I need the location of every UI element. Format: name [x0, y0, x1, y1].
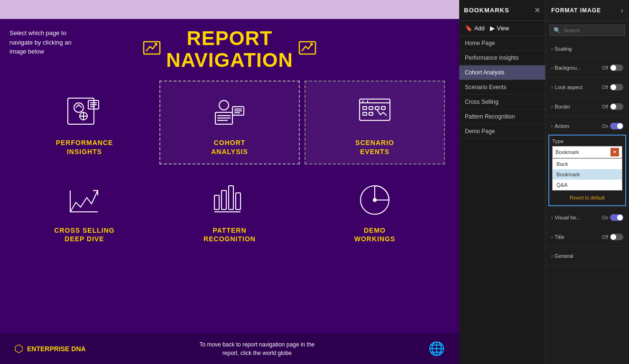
- bookmarks-actions: 🔖 Add ▶ View: [459, 21, 545, 36]
- pattern-label: PATTERN RECOGNITION: [204, 226, 256, 243]
- card-cross-selling[interactable]: CROSS SELLING DEEP DIVE: [14, 169, 155, 251]
- search-input[interactable]: [564, 27, 621, 33]
- svg-rect-28: [363, 112, 367, 115]
- title-off-label: Off: [602, 235, 608, 240]
- cross-selling-icon: [63, 179, 106, 221]
- visual-header-row[interactable]: › Visual he... On: [549, 211, 625, 224]
- type-label: Type: [552, 138, 622, 144]
- bookmark-item-performance[interactable]: Performance Insights: [459, 51, 545, 65]
- border-off-label: Off: [602, 104, 608, 109]
- general-row[interactable]: › General: [549, 250, 625, 262]
- title-toggle[interactable]: [610, 234, 623, 240]
- scaling-section: › Scaling: [546, 40, 629, 58]
- world-globe-icon[interactable]: 🌐: [428, 341, 445, 356]
- type-dropdown-selected[interactable]: Bookmark ▼: [552, 146, 622, 158]
- bookmark-item-scenario[interactable]: Scenario Events: [459, 80, 545, 95]
- action-label: Action: [555, 123, 569, 129]
- demo-label: DEMO WORKINGS: [354, 226, 396, 243]
- svg-point-40: [373, 199, 376, 201]
- visual-header-on-label: On: [602, 215, 608, 220]
- format-panel-header: FORMAT IMAGE ›: [546, 0, 629, 21]
- view-bookmark-button[interactable]: ▶ View: [490, 25, 509, 32]
- search-icon: 🔍: [554, 27, 561, 34]
- report-main-title: REPORT NAVIGATION: [166, 27, 293, 71]
- card-pattern-recognition[interactable]: PATTERN RECOGNITION: [159, 169, 300, 251]
- dropdown-arrow-icon: ▼: [610, 148, 619, 156]
- general-label: General: [555, 253, 573, 259]
- background-toggle[interactable]: [610, 64, 623, 71]
- background-row[interactable]: › Backgrou... Off: [549, 61, 625, 74]
- revert-to-default-link[interactable]: Revert to default: [552, 193, 622, 202]
- scenario-icon: [353, 91, 396, 134]
- background-off-label: Off: [602, 65, 608, 71]
- action-chevron: ›: [549, 125, 555, 127]
- border-toggle[interactable]: [610, 103, 623, 110]
- add-bookmark-button[interactable]: 🔖 Add: [465, 25, 484, 32]
- background-label: Backgrou...: [555, 65, 581, 71]
- close-bookmarks-icon[interactable]: ✕: [534, 6, 540, 15]
- border-section: › Border Off: [546, 97, 629, 117]
- dropdown-options-list: Back Bookmark Q&A: [552, 158, 622, 191]
- performance-label: PERFORMANCE INSIGHTS: [56, 138, 113, 155]
- header-chart-icon-right: [298, 38, 317, 61]
- general-section: › General: [546, 247, 629, 265]
- lock-aspect-off-label: Off: [602, 85, 608, 90]
- bookmark-item-demo[interactable]: Demo Page: [459, 124, 545, 139]
- card-scenario-events[interactable]: SCENARIO EVENTS: [305, 81, 445, 164]
- scaling-chevron: ›: [551, 46, 553, 52]
- title-chevron: ›: [551, 235, 553, 240]
- visual-header-label: Visual he...: [555, 215, 580, 220]
- svg-rect-35: [236, 193, 240, 209]
- cross-selling-label: CROSS SELLING DEEP DIVE: [54, 226, 114, 243]
- option-qa[interactable]: Q&A: [553, 180, 622, 190]
- performance-icon: [63, 91, 106, 134]
- visual-header-toggle[interactable]: [610, 214, 623, 221]
- footer-instructions: To move back to report navigation page i…: [191, 340, 324, 357]
- type-dropdown-wrapper: Bookmark ▼ Back Bookmark Q&A: [552, 146, 622, 191]
- title-label: Title: [555, 234, 564, 240]
- pattern-icon: [208, 179, 251, 221]
- enterprise-dna-logo-icon: ⬡: [14, 343, 23, 355]
- border-row[interactable]: › Border Off: [549, 100, 625, 113]
- bookmark-item-homepage[interactable]: Home Page: [459, 36, 545, 51]
- bookmarks-panel: BOOKMARKS ✕ 🔖 Add ▶ View Home Page Perfo…: [459, 0, 546, 364]
- visual-header-chevron: ›: [551, 215, 553, 220]
- lock-aspect-toggle[interactable]: [610, 84, 623, 91]
- right-panels: BOOKMARKS ✕ 🔖 Add ▶ View Home Page Perfo…: [459, 0, 629, 364]
- lock-aspect-row[interactable]: › Lock aspect Off: [549, 81, 625, 94]
- bookmarks-header: BOOKMARKS ✕: [459, 0, 545, 21]
- navigation-grid: PERFORMANCE INSIGHTS: [0, 76, 459, 255]
- add-icon: 🔖: [465, 25, 472, 32]
- footer-brand-name: ENTERPRISE DNA: [27, 345, 86, 353]
- card-cohort-analysis[interactable]: COHORT ANALYSIS: [159, 81, 300, 164]
- side-instruction-text: Select which page to navigate by clickin…: [9, 28, 76, 56]
- action-toggle[interactable]: [610, 123, 623, 129]
- border-chevron: ›: [551, 104, 553, 109]
- option-bookmark[interactable]: Bookmark: [553, 169, 622, 180]
- format-nav-chevron[interactable]: ›: [621, 6, 623, 15]
- scenario-label: SCENARIO EVENTS: [355, 138, 394, 155]
- cohort-icon: [208, 91, 251, 134]
- bookmark-item-pattern[interactable]: Pattern Recognition: [459, 109, 545, 124]
- format-search-box[interactable]: 🔍: [549, 25, 625, 36]
- card-demo-workings[interactable]: DEMO WORKINGS: [305, 169, 445, 251]
- title-row[interactable]: › Title Off: [549, 230, 625, 244]
- report-footer: ⬡ ENTERPRISE DNA To move back to report …: [0, 333, 459, 364]
- format-image-panel: FORMAT IMAGE › 🔍 › Scaling › Backgrou...: [546, 0, 629, 364]
- report-header: Select which page to navigate by clickin…: [0, 19, 459, 76]
- svg-rect-26: [375, 107, 379, 109]
- canvas-area: Select which page to navigate by clickin…: [0, 0, 459, 364]
- bookmark-item-crossselling[interactable]: Cross Selling: [459, 95, 545, 109]
- option-back[interactable]: Back: [553, 159, 622, 169]
- background-section: › Backgrou... Off: [546, 58, 629, 78]
- bookmark-item-cohort[interactable]: Cohort Analysis: [459, 65, 545, 80]
- lock-aspect-section: › Lock aspect Off: [546, 78, 629, 97]
- card-performance-insights[interactable]: PERFORMANCE INSIGHTS: [14, 81, 155, 164]
- border-label: Border: [555, 104, 570, 109]
- action-on-label: On: [602, 124, 608, 129]
- svg-rect-27: [381, 107, 385, 109]
- visual-header-section: › Visual he... On: [546, 208, 629, 228]
- scaling-row[interactable]: › Scaling: [549, 43, 625, 55]
- svg-rect-25: [369, 107, 373, 109]
- action-row[interactable]: › Action On: [549, 119, 625, 133]
